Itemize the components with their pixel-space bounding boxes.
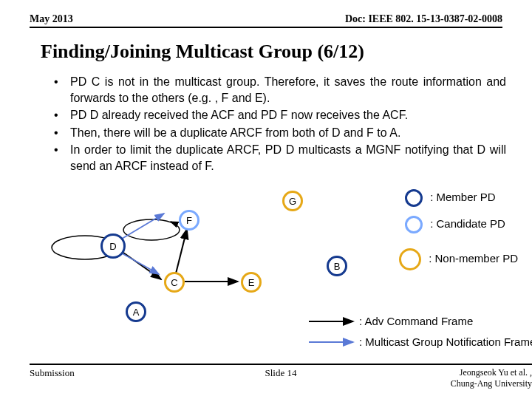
node-b: B [327,256,347,276]
svg-line-8 [118,251,159,274]
legend-member: : Member PD [405,189,496,207]
svg-line-7 [118,214,164,241]
legend-adv-label: : Adv Command Frame [359,315,473,327]
bullet-item: In order to limit the duplicate ARCF, PD… [48,142,506,174]
member-dot-icon [405,189,423,207]
svg-line-4 [123,253,161,279]
bullet-item: Then, there will be a duplicate ARCF fro… [48,125,506,141]
node-a: A [126,301,146,322]
legend-mgnf-label: : Multicast Group Notification Frame [359,335,532,348]
nonmember-dot-icon [399,248,421,270]
node-e: E [241,272,262,293]
header-doc: Doc: IEEE 802. 15-13-0387-02-0008 [345,13,502,25]
footer-center: Slide 14 [265,367,297,379]
legend-nonmember-label: : Non-member PD [429,252,518,265]
legend-member-label: : Member PD [430,191,495,203]
footer-right: Jeongseok Yu et al. , Chung-Ang Universi… [451,367,532,389]
svg-line-3 [171,222,176,224]
node-g: G [282,191,303,211]
footer: Submission Slide 14 Jeongseok Yu et al. … [30,364,532,389]
footer-left: Submission [30,367,75,379]
candidate-dot-icon [405,216,423,233]
svg-point-2 [123,219,180,240]
bullet-item: PD C is not in the multicast group. Ther… [48,74,506,106]
legend-adv: : Adv Command Frame [359,315,473,327]
node-c: C [164,272,185,293]
node-f: F [179,210,200,231]
svg-line-5 [176,229,187,273]
page-title: Finding/Joining Multicast Group (6/12) [41,41,364,63]
bullet-item: PD D already received the ACF and PD F n… [48,107,506,123]
node-d: D [100,233,126,259]
bullet-list: PD C is not in the multicast group. Ther… [48,74,506,176]
legend-nonmember: : Non-member PD [399,248,518,270]
legend-candidate: : Candidate PD [405,216,505,233]
legend-candidate-label: : Candidate PD [430,217,505,230]
header-date: May 2013 [30,13,73,25]
legend-mgnf: : Multicast Group Notification Frame [359,335,532,348]
